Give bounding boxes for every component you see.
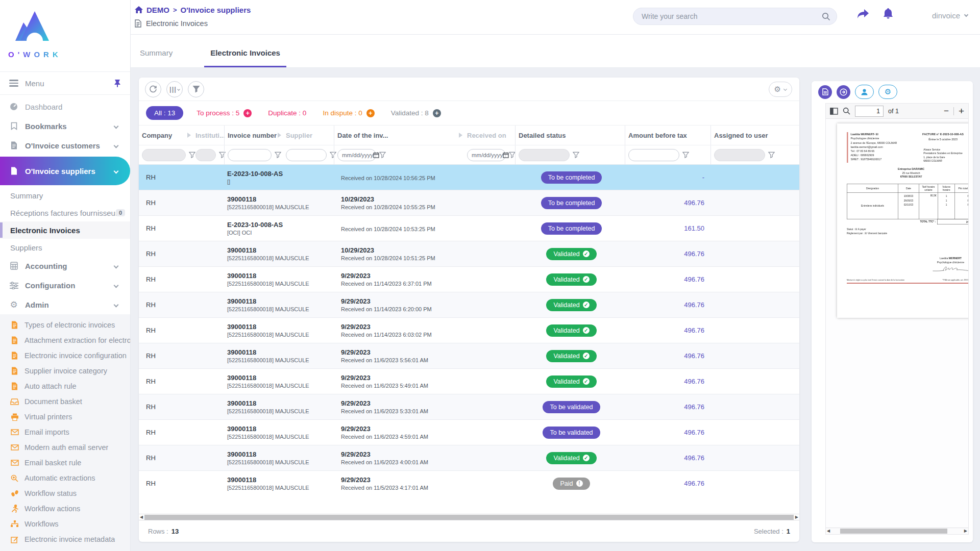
sidebar-admin-item-23[interactable]: Workflow actions — [0, 501, 130, 516]
sidebar-admin-item-25[interactable]: Electronic invoice metadata — [0, 532, 130, 547]
amount-link[interactable]: 496.76 — [684, 480, 704, 487]
amount-link[interactable]: 496.76 — [684, 429, 704, 436]
filter-pill-0[interactable]: All : 13 — [146, 106, 183, 120]
sidebar-toggle-icon[interactable] — [830, 108, 838, 115]
column-header-1[interactable]: Instituti... — [192, 126, 224, 145]
sidebar-subitem-4[interactable]: Summary — [0, 187, 130, 204]
column-expand-icon[interactable] — [187, 133, 191, 138]
funnel-icon[interactable] — [379, 152, 386, 158]
funnel-icon[interactable] — [768, 152, 775, 158]
home-icon[interactable] — [135, 6, 143, 14]
column-filter-input[interactable] — [628, 149, 679, 161]
tab-summary[interactable]: Summary — [136, 48, 177, 67]
table-row-6[interactable]: RH 39000118[52251165800018] MAJUSCULE 9/… — [139, 317, 799, 343]
funnel-icon[interactable] — [573, 152, 579, 158]
scroll-left-icon[interactable]: ◀ — [827, 528, 830, 534]
sidebar-item-2[interactable]: O'Invoice customers — [0, 136, 130, 155]
funnel-icon[interactable] — [682, 152, 689, 158]
zoom-in-button[interactable]: + — [959, 106, 964, 116]
sidebar-admin-item-22[interactable]: Workflow status — [0, 486, 130, 501]
column-filter-input[interactable] — [714, 149, 765, 161]
share-icon[interactable] — [856, 8, 870, 20]
table-row-11[interactable]: RH 39000118[52251165800018] MAJUSCULE 9/… — [139, 445, 799, 470]
column-filter-input[interactable] — [142, 149, 186, 161]
sidebar-admin-item-14[interactable]: Supplier invoice category — [0, 363, 130, 379]
sidebar-admin-item-15[interactable]: Auto attach rule — [0, 379, 130, 394]
sidebar-subitem-5[interactable]: Réceptions factures fournisseurs 0 — [0, 204, 130, 221]
pdf-file-button[interactable] — [818, 85, 832, 99]
search-icon[interactable] — [822, 12, 830, 21]
plus-circle-icon[interactable]: + — [243, 109, 252, 117]
sidebar-admin-item-19[interactable]: Modern auth email server — [0, 440, 130, 455]
amount-link[interactable]: 496.76 — [684, 403, 704, 411]
sidebar-item-0[interactable]: Dashboard — [0, 97, 130, 116]
sidebar-subitem-7[interactable]: Suppliers — [0, 239, 130, 256]
table-row-4[interactable]: RH 39000118[52251165800018] MAJUSCULE 9/… — [139, 266, 799, 292]
table-row-7[interactable]: RH 39000118[52251165800018] MAJUSCULE 9/… — [139, 343, 799, 368]
column-header-4[interactable]: Date of the inv... — [334, 126, 464, 145]
columns-button[interactable]: ||| — [166, 81, 183, 97]
zoom-out-button[interactable]: − — [944, 107, 949, 115]
column-expand-icon[interactable] — [278, 133, 281, 138]
amount-link[interactable]: 496.76 — [684, 250, 704, 258]
amount-link[interactable]: 496.76 — [684, 199, 704, 207]
column-filter-input[interactable] — [195, 149, 216, 161]
amount-link[interactable]: 496.76 — [684, 454, 704, 462]
plus-circle-icon[interactable]: + — [433, 109, 441, 117]
scrollbar-thumb[interactable] — [840, 529, 947, 534]
table-row-12[interactable]: RH 39000118[52251165800018] MAJUSCULE 9/… — [139, 470, 799, 496]
assign-user-button[interactable] — [855, 85, 874, 99]
amount-link[interactable]: 496.76 — [684, 301, 704, 309]
amount-link[interactable]: 161.50 — [684, 224, 704, 232]
date-filter-input[interactable]: mm/dd/yyyy — [467, 149, 506, 161]
open-invoice-button[interactable] — [837, 85, 850, 99]
sidebar-item-8[interactable]: Accounting — [0, 256, 130, 276]
sidebar-admin-item-24[interactable]: Workflows — [0, 516, 130, 532]
pin-icon[interactable] — [114, 79, 121, 87]
scroll-left-icon[interactable]: ◀ — [140, 514, 143, 520]
sidebar-item-9[interactable]: Configuration — [0, 276, 130, 295]
column-header-0[interactable]: Company — [139, 126, 192, 145]
filter-pill-3[interactable]: In dispute : 0+ — [323, 109, 374, 117]
table-row-9[interactable]: RH 39000118[52251165800018] MAJUSCULE 9/… — [139, 394, 799, 419]
sidebar-item-10[interactable]: ⚙ Admin — [0, 295, 130, 314]
filter-pill-1[interactable]: To process : 5+ — [197, 109, 252, 117]
search-input[interactable] — [642, 12, 822, 20]
breadcrumb-root[interactable]: DEMO — [146, 6, 169, 14]
sidebar-admin-item-11[interactable]: Types of electronic invoices — [0, 317, 130, 333]
table-row-3[interactable]: RH 39000118[52251165800018] MAJUSCULE 10… — [139, 241, 799, 266]
amount-link[interactable]: 496.76 — [684, 276, 704, 283]
table-row-2[interactable]: RH E-2023-10-008-AS[OCI] OCI Received on… — [139, 215, 799, 241]
notifications-bell-icon[interactable] — [882, 7, 894, 20]
sidebar-admin-item-18[interactable]: Email imports — [0, 424, 130, 440]
scrollbar-thumb[interactable] — [144, 515, 794, 520]
table-horizontal-scrollbar[interactable]: ◀ ▶ — [139, 514, 799, 520]
sidebar-admin-item-20[interactable]: Email basket rule — [0, 455, 130, 470]
sidebar-admin-item-12[interactable]: Attachment extraction for electronic inv… — [0, 333, 130, 348]
amount-link[interactable]: - — [702, 173, 704, 181]
filter-pill-4[interactable]: Validated : 8+ — [391, 109, 441, 117]
sidebar-item-1[interactable]: Bookmarks — [0, 116, 130, 136]
sidebar-item-3[interactable]: O'Invoice suppliers — [0, 157, 130, 185]
funnel-icon[interactable] — [275, 152, 281, 158]
column-header-7[interactable]: Amount before tax — [625, 126, 710, 145]
sidebar-admin-item-13[interactable]: Electronic invoice configuration — [0, 348, 130, 363]
table-row-5[interactable]: RH 39000118[52251165800018] MAJUSCULE 9/… — [139, 292, 799, 317]
column-filter-input[interactable] — [228, 149, 272, 161]
refresh-button[interactable] — [145, 81, 161, 97]
calendar-icon[interactable] — [503, 152, 509, 158]
sidebar-admin-item-16[interactable]: Document basket — [0, 394, 130, 409]
column-header-8[interactable]: Assigned to user — [710, 126, 799, 145]
column-header-6[interactable]: Detailed status — [515, 126, 625, 145]
amount-link[interactable]: 496.76 — [684, 327, 704, 334]
plus-circle-icon[interactable]: + — [366, 109, 375, 117]
amount-link[interactable]: 496.76 — [684, 352, 704, 360]
tab-electronic-invoices[interactable]: Electronic Invoices — [206, 48, 284, 67]
user-menu[interactable]: dinvoice — [932, 11, 968, 20]
amount-link[interactable]: 496.76 — [684, 378, 704, 385]
pdf-horizontal-scrollbar[interactable]: ◀ ▶ — [826, 528, 968, 534]
scroll-right-icon[interactable]: ▶ — [964, 528, 967, 534]
page-number-input[interactable] — [855, 106, 884, 117]
sidebar-admin-item-21[interactable]: Automatic extractions — [0, 470, 130, 486]
filter-pill-2[interactable]: Duplicate : 0 — [268, 109, 306, 117]
